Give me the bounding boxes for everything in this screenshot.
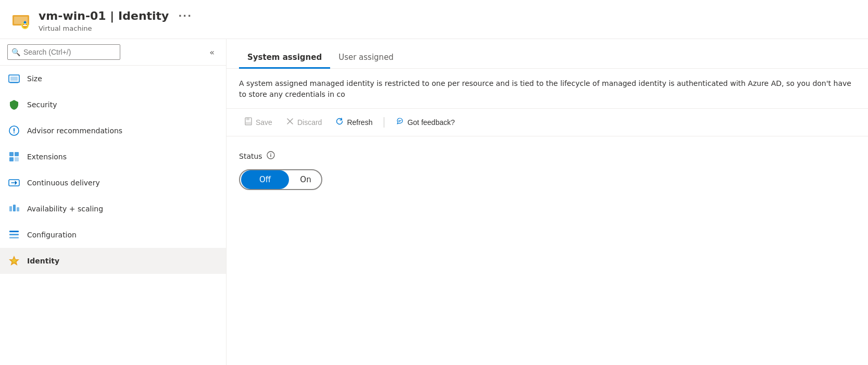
sidebar-item-size-label: Size bbox=[27, 74, 42, 83]
collapse-button[interactable]: « bbox=[205, 45, 219, 59]
sidebar-item-security-label: Security bbox=[27, 100, 57, 109]
size-icon bbox=[8, 73, 20, 84]
feedback-label: Got feedback? bbox=[407, 118, 455, 127]
sidebar-item-security[interactable]: Security bbox=[0, 92, 226, 118]
sidebar-item-availability[interactable]: Availability + scaling bbox=[0, 196, 226, 222]
svg-rect-20 bbox=[9, 231, 19, 232]
status-info-icon[interactable] bbox=[267, 151, 275, 161]
svg-point-11 bbox=[14, 132, 15, 133]
save-button[interactable]: Save bbox=[239, 114, 278, 131]
sidebar-item-identity-label: Identity bbox=[27, 257, 59, 265]
svg-rect-26 bbox=[246, 118, 249, 120]
sidebar-item-extensions-label: Extensions bbox=[27, 153, 67, 161]
discard-icon bbox=[286, 117, 294, 128]
svg-rect-22 bbox=[9, 237, 19, 238]
content-area: Status Off On bbox=[227, 136, 868, 205]
feedback-button[interactable]: Got feedback? bbox=[391, 114, 460, 131]
sidebar: 🔍 « Size Security bbox=[0, 39, 227, 365]
save-label: Save bbox=[256, 118, 272, 127]
search-wrapper: 🔍 bbox=[7, 44, 201, 60]
refresh-button[interactable]: Refresh bbox=[330, 114, 378, 131]
sidebar-item-continuous[interactable]: Continuous delivery bbox=[0, 170, 226, 196]
body: 🔍 « Size Security bbox=[0, 39, 868, 365]
description-text: A system assigned managed identity is re… bbox=[227, 69, 868, 109]
extensions-icon bbox=[8, 151, 20, 162]
discard-button[interactable]: Discard bbox=[281, 114, 327, 131]
page-subtitle: Virtual machine bbox=[39, 24, 196, 32]
svg-rect-15 bbox=[15, 157, 19, 161]
page-title: vm-win-01 | Identity ··· bbox=[39, 8, 196, 23]
svg-rect-8 bbox=[10, 77, 18, 81]
toolbar-divider bbox=[384, 117, 384, 128]
status-row: Status bbox=[239, 151, 856, 161]
search-icon: 🔍 bbox=[11, 48, 20, 56]
advisor-icon bbox=[8, 125, 20, 136]
refresh-label: Refresh bbox=[347, 118, 372, 127]
sidebar-scroll: Size Security Advisor recommendations bbox=[0, 66, 226, 365]
svg-rect-13 bbox=[15, 152, 19, 156]
sidebar-item-configuration[interactable]: Configuration bbox=[0, 222, 226, 248]
status-toggle[interactable]: Off On bbox=[239, 169, 322, 190]
page-header: vm-win-01 | Identity ··· Virtual machine bbox=[0, 0, 868, 39]
discard-label: Discard bbox=[297, 118, 322, 127]
tab-user-assigned[interactable]: User assigned bbox=[330, 47, 402, 69]
ellipsis-button[interactable]: ··· bbox=[174, 8, 196, 23]
save-icon bbox=[244, 117, 253, 128]
security-icon bbox=[8, 99, 20, 110]
sidebar-item-availability-label: Availability + scaling bbox=[27, 205, 103, 213]
search-input[interactable] bbox=[7, 44, 120, 60]
svg-rect-17 bbox=[9, 206, 12, 211]
svg-rect-9 bbox=[10, 82, 18, 83]
svg-rect-12 bbox=[9, 152, 14, 156]
sidebar-item-size[interactable]: Size bbox=[0, 66, 226, 92]
svg-rect-4 bbox=[23, 25, 27, 26]
status-label: Status bbox=[239, 152, 262, 160]
sidebar-item-extensions[interactable]: Extensions bbox=[0, 144, 226, 170]
availability-icon bbox=[8, 203, 20, 215]
sidebar-item-configuration-label: Configuration bbox=[27, 231, 77, 239]
main-content: System assigned User assigned A system a… bbox=[227, 39, 868, 365]
toolbar: Save Discard Refresh Got feedback? bbox=[227, 109, 868, 136]
svg-rect-19 bbox=[17, 207, 19, 211]
svg-rect-14 bbox=[9, 157, 14, 161]
search-bar: 🔍 « bbox=[0, 39, 226, 66]
refresh-icon bbox=[335, 117, 344, 128]
svg-point-32 bbox=[270, 153, 271, 154]
toggle-off-option[interactable]: Off bbox=[241, 170, 289, 189]
title-text: vm-win-01 | Identity bbox=[39, 9, 169, 22]
tab-system-assigned[interactable]: System assigned bbox=[239, 47, 330, 69]
svg-rect-18 bbox=[13, 205, 16, 211]
svg-rect-21 bbox=[9, 234, 19, 235]
toggle-on-option[interactable]: On bbox=[290, 170, 321, 189]
configuration-icon bbox=[8, 229, 20, 241]
sidebar-item-advisor-label: Advisor recommendations bbox=[27, 127, 122, 135]
header-text: vm-win-01 | Identity ··· Virtual machine bbox=[39, 8, 196, 32]
vm-icon bbox=[10, 10, 31, 31]
continuous-icon bbox=[8, 177, 20, 188]
svg-rect-27 bbox=[246, 122, 251, 124]
identity-icon bbox=[8, 255, 20, 267]
feedback-icon bbox=[396, 117, 404, 128]
sidebar-item-advisor[interactable]: Advisor recommendations bbox=[0, 118, 226, 144]
sidebar-item-identity[interactable]: Identity bbox=[0, 248, 226, 274]
tabs-container: System assigned User assigned bbox=[227, 47, 868, 69]
sidebar-item-continuous-label: Continuous delivery bbox=[27, 179, 100, 187]
